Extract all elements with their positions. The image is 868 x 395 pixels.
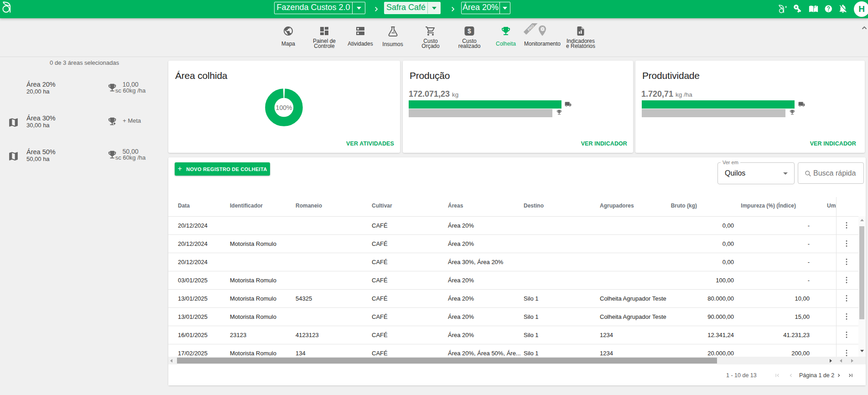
svg-text:100%: 100% [276, 104, 292, 111]
svg-text:$: $ [468, 27, 471, 35]
